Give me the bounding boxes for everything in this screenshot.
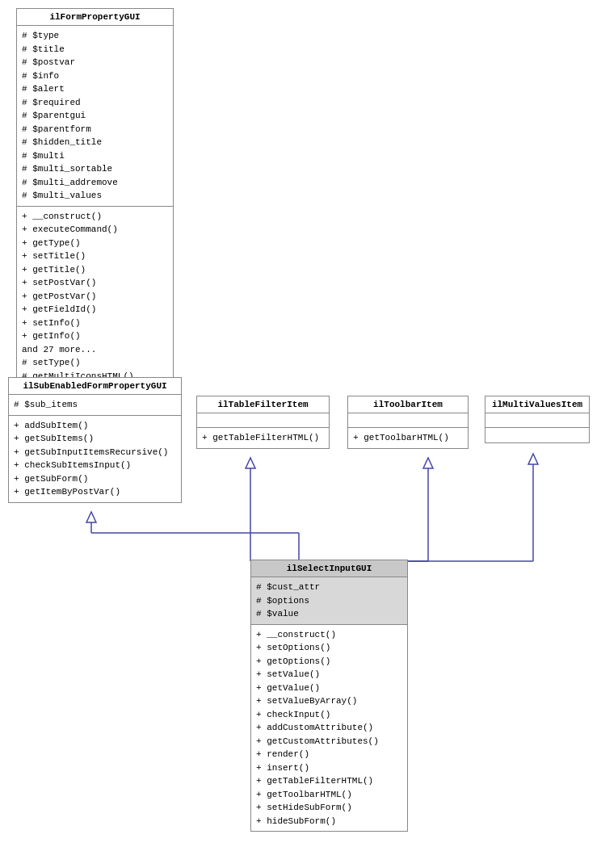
ilFormPropertyGUI-box: ilFormPropertyGUI # $type # $title # $po… <box>16 8 174 387</box>
ilSubEnabledFormPropertyGUI-attributes: # $sub_items <box>9 395 181 416</box>
ilMultiValuesItem-box: ilMultiValuesItem <box>485 396 590 443</box>
ilToolbarItem-attributes <box>348 413 468 428</box>
ilFormPropertyGUI-title: ilFormPropertyGUI <box>17 9 173 26</box>
ilMultiValuesItem-title: ilMultiValuesItem <box>485 396 589 413</box>
ilMultiValuesItem-attributes <box>485 413 589 428</box>
ilSelectInputGUI-box: ilSelectInputGUI # $cust_attr # $options… <box>250 560 408 832</box>
ilTableFilterItem-methods: + getTableFilterHTML() <box>197 428 329 448</box>
svg-marker-9 <box>246 458 255 468</box>
ilToolbarItem-box: ilToolbarItem + getToolbarHTML() <box>347 396 469 449</box>
ilTableFilterItem-attributes <box>197 413 329 428</box>
diagram-container: ilFormPropertyGUI # $type # $title # $po… <box>0 0 601 868</box>
svg-marker-12 <box>423 458 433 468</box>
ilToolbarItem-methods: + getToolbarHTML() <box>348 428 468 448</box>
ilTableFilterItem-box: ilTableFilterItem + getTableFilterHTML() <box>196 396 330 449</box>
ilToolbarItem-title: ilToolbarItem <box>348 396 468 413</box>
ilMultiValuesItem-methods <box>485 428 589 442</box>
ilSubEnabledFormPropertyGUI-methods: + addSubItem() + getSubItems() + getSubI… <box>9 416 181 502</box>
svg-marker-6 <box>86 512 96 522</box>
ilFormPropertyGUI-methods: + __construct() + executeCommand() + get… <box>17 207 173 387</box>
ilFormPropertyGUI-attributes: # $type # $title # $postvar # $info # $a… <box>17 26 173 207</box>
ilSelectInputGUI-methods: + __construct() + setOptions() + getOpti… <box>251 625 407 832</box>
ilTableFilterItem-title: ilTableFilterItem <box>197 396 329 413</box>
ilSelectInputGUI-attributes: # $cust_attr # $options # $value <box>251 577 407 625</box>
ilSubEnabledFormPropertyGUI-title: ilSubEnabledFormPropertyGUI <box>9 378 181 395</box>
ilSubEnabledFormPropertyGUI-box: ilSubEnabledFormPropertyGUI # $sub_items… <box>8 377 182 503</box>
ilSelectInputGUI-title: ilSelectInputGUI <box>251 560 407 577</box>
svg-marker-15 <box>528 454 538 464</box>
